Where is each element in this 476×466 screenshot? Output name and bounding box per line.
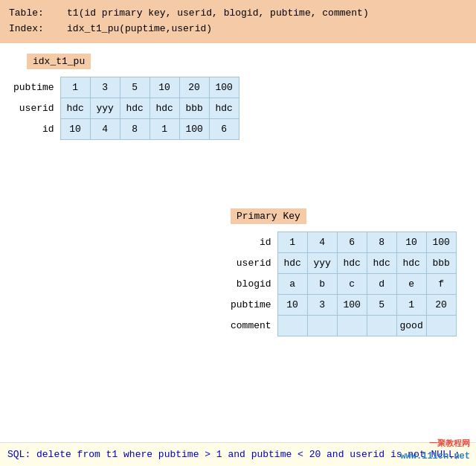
table-cell: 1 [149,118,179,139]
table-row: id104811006 [13,118,239,139]
table-row: pubtime1031005120 [231,295,456,316]
table-cell [307,316,337,336]
table-cell: 20 [179,77,209,98]
table-cell [426,316,456,336]
table-cell: good [396,316,426,336]
index-table: pubtime1351020100useridhdcyyyhdchdcbbbhd… [13,77,239,140]
table-cell: b [307,274,337,295]
row-header: userid [13,98,60,118]
table-cell: 6 [337,232,367,253]
row-header: userid [231,253,277,274]
primary-key-section: Primary Key id146810100useridhdcyyyhdchd… [231,208,457,336]
table-cell: 10 [60,118,90,139]
table-cell: e [396,274,426,295]
table-cell: hdc [120,98,149,118]
table-row: useridhdcyyyhdchdcbbbhdc [13,98,239,118]
table-cell [277,316,307,336]
table-cell: 100 [426,232,456,253]
primary-key-table: id146810100useridhdcyyyhdchdchdcbbbblogi… [231,232,457,336]
table-cell: hdc [149,98,179,118]
table-cell: f [426,274,456,295]
table-cell: hdc [337,253,367,274]
index-section: idx_t1_pu pubtime1351020100useridhdcyyyh… [0,43,476,140]
index-label: Index: [9,23,44,34]
table-cell: a [277,274,307,295]
table-cell: 4 [90,118,120,139]
row-header: id [13,118,60,139]
table-row: commentgood [231,316,456,336]
table-def: t1(id primary key, userid, blogid, pubti… [67,7,369,19]
row-header: pubtime [231,295,277,316]
table-cell: yyy [90,98,120,118]
table-cell: 100 [337,295,367,316]
table-cell: 1 [396,295,426,316]
table-cell: 3 [307,295,337,316]
table-row: useridhdcyyyhdchdchdcbbb [231,253,456,274]
table-cell: hdc [209,98,239,118]
table-cell: 100 [179,118,209,139]
table-cell: 1 [60,77,90,98]
watermark-url: www.111cn.net [400,450,470,463]
table-cell: 100 [209,77,239,98]
table-row: id146810100 [231,232,456,253]
sql-text: SQL: delete from t1 where pubtime > 1 an… [7,449,460,460]
table-cell: 4 [307,232,337,253]
index-label: idx_t1_pu [27,54,91,69]
table-cell [367,316,396,336]
table-cell: yyy [307,253,337,274]
table-cell: hdc [396,253,426,274]
table-cell: 5 [120,77,149,98]
table-cell: c [337,274,367,295]
table-cell: 10 [396,232,426,253]
index-def: idx_t1_pu(puptime,userid) [67,23,212,34]
watermark: 一聚教程网 www.111cn.net [400,438,470,464]
table-cell: 10 [277,295,307,316]
table-cell [337,316,367,336]
header-box: Table: t1(id primary key, userid, blogid… [0,0,476,43]
table-row: pubtime1351020100 [13,77,239,98]
table-cell: hdc [60,98,90,118]
row-header: comment [231,316,277,336]
row-header: pubtime [13,77,60,98]
table-cell: 8 [120,118,149,139]
table-cell: 3 [90,77,120,98]
table-cell: 5 [367,295,396,316]
row-header: blogid [231,274,277,295]
sql-footer: SQL: delete from t1 where pubtime > 1 an… [0,442,476,467]
table-cell: 1 [277,232,307,253]
watermark-logo: 一聚教程网 [429,438,470,450]
table-cell: d [367,274,396,295]
row-header: id [231,232,277,253]
table-row: blogidabcdef [231,274,456,295]
table-cell: hdc [367,253,396,274]
table-cell: bbb [426,253,456,274]
table-label: Table: [9,7,44,19]
primary-key-label: Primary Key [231,208,306,224]
table-cell: hdc [277,253,307,274]
table-cell: 10 [149,77,179,98]
table-cell: 20 [426,295,456,316]
table-cell: 8 [367,232,396,253]
table-cell: 6 [209,118,239,139]
table-cell: bbb [179,98,209,118]
